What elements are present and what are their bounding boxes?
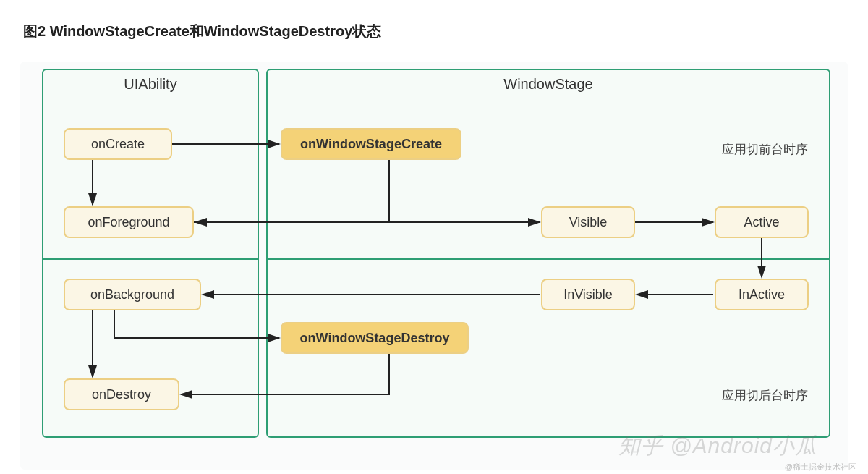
panel-windowstage: WindowStage	[266, 69, 830, 438]
panel-windowstage-title: WindowStage	[503, 76, 592, 93]
node-oncreate: onCreate	[64, 128, 172, 160]
node-inactive: InActive	[715, 279, 809, 310]
watermark-small: @稀土掘金技术社区	[785, 462, 856, 473]
node-onwindowstagedestroy: onWindowStageDestroy	[281, 322, 469, 354]
node-onwindowstagecreate: onWindowStageCreate	[281, 128, 461, 160]
watermark-main: 知乎 @Android小瓜	[618, 431, 817, 461]
node-onbackground: onBackground	[64, 279, 201, 310]
panel-uiability-title: UIAbility	[124, 76, 176, 93]
node-ondestroy: onDestroy	[64, 378, 179, 410]
annotation-background-sequence: 应用切后台时序	[722, 387, 808, 404]
node-onforeground: onForeground	[64, 206, 194, 238]
panel-uiability-separator	[43, 258, 258, 260]
node-visible: Visible	[541, 206, 635, 238]
node-invisible: InVisible	[541, 279, 635, 310]
diagram: UIAbility WindowStage onCreate onWindowS…	[20, 62, 848, 470]
node-active: Active	[715, 206, 809, 238]
page-title: 图2 WindowStageCreate和WindowStageDestroy状…	[23, 22, 848, 41]
annotation-foreground-sequence: 应用切前台时序	[722, 141, 808, 158]
panel-windowstage-separator	[268, 258, 829, 260]
